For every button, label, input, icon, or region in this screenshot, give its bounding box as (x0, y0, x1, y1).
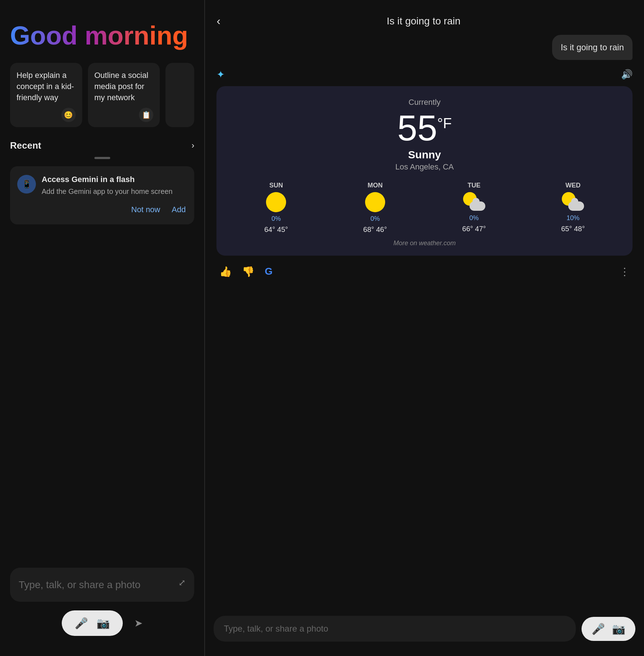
weather-temp-value: 55 (397, 108, 437, 148)
suggestion-card-1-icon: 😊 (61, 108, 76, 122)
forecast-row: SUN 0% 64° 45° MON 0% 68° 46° TUE (227, 182, 622, 234)
forecast-sun-label: SUN (269, 182, 283, 189)
forecast-sun-temps: 64° 45° (264, 225, 288, 234)
thumbs-up-icon[interactable]: 👍 (219, 266, 232, 278)
forecast-sun: SUN 0% 64° 45° (227, 182, 326, 234)
gemini-promo-icon: 📱 (17, 175, 36, 194)
add-button[interactable]: Add (170, 202, 187, 217)
forecast-sun-icon (266, 192, 286, 212)
suggestion-card-2-text: Outline a social media post for my netwo… (94, 70, 154, 103)
gemini-promo-text: Access Gemini in a flash Add the Gemini … (42, 175, 173, 196)
right-mic-icon: 🎤 (592, 623, 605, 635)
gemini-star-icon: ✦ (216, 69, 225, 80)
recent-header: Recent › (10, 140, 194, 151)
suggestion-card-partial (165, 63, 194, 127)
scroll-indicator (94, 157, 110, 159)
not-now-button[interactable]: Not now (130, 202, 162, 217)
suggestion-cards: Help explain a concept in a kid-friendly… (10, 63, 194, 127)
suggestion-card-2-icon: 📋 (139, 108, 153, 122)
forecast-wed-precip: 10% (566, 214, 579, 222)
left-input-area[interactable]: Type, talk, or share a photo ⤢ (10, 568, 194, 602)
forecast-mon-temps: 68° 46° (363, 225, 387, 234)
weather-temp: 55°F (227, 110, 622, 146)
gemini-promo-card: 📱 Access Gemini in a flash Add the Gemin… (10, 166, 194, 224)
forecast-mon-icon (365, 192, 385, 212)
gemini-promo-title: Access Gemini in a flash (42, 175, 173, 184)
expand-icon[interactable]: ⤢ (178, 578, 186, 588)
right-input-placeholder: Type, talk, or share a photo (224, 624, 328, 634)
chat-area: Is it going to rain ✦ 🔊 Currently 55°F S… (205, 35, 644, 610)
speaker-icon[interactable]: 🔊 (621, 69, 633, 80)
left-mic-icon: 🎤 (75, 617, 88, 629)
more-options-icon[interactable]: ⋮ (620, 266, 630, 278)
gemini-promo-actions: Not now Add (17, 202, 187, 217)
forecast-wed-label: WED (565, 182, 580, 189)
weather-location: Los Angeles, CA (227, 162, 622, 172)
forecast-tue-label: TUE (468, 182, 481, 189)
left-bottom-toolbar: 🎤 📷 ➤ (10, 610, 194, 642)
forecast-mon-label: MON (368, 182, 383, 189)
gemini-response: ✦ 🔊 Currently 55°F Sunny Los Angeles, CA… (216, 69, 633, 288)
forecast-mon-precip: 0% (370, 215, 380, 223)
gemini-promo-subtitle: Add the Gemini app to your home screen (42, 186, 173, 196)
right-header: ‹ Is it going to rain (205, 0, 644, 35)
action-icons: 👍 👎 G (219, 266, 272, 278)
forecast-tue: TUE 0% 66° 47° (425, 182, 524, 234)
weather-condition: Sunny (227, 149, 622, 161)
suggestion-card-1-text: Help explain a concept in a kid-friendly… (17, 70, 76, 103)
right-mic-camera-button[interactable]: 🎤 📷 (582, 617, 635, 641)
forecast-mon: MON 0% 68° 46° (326, 182, 425, 234)
back-button[interactable]: ‹ (216, 14, 220, 28)
forecast-wed: WED 10% 65° 48° (523, 182, 622, 234)
weather-currently-label: Currently (227, 98, 622, 107)
right-panel: ‹ Is it going to rain Is it going to rai… (205, 0, 644, 656)
forecast-tue-icon (463, 192, 485, 211)
left-send-icon[interactable]: ➤ (134, 617, 143, 629)
right-camera-icon: 📷 (612, 623, 625, 635)
right-input-area: Type, talk, or share a photo 🎤 📷 (205, 610, 644, 656)
gemini-response-header: ✦ 🔊 (216, 69, 633, 80)
suggestion-card-2[interactable]: Outline a social media post for my netwo… (88, 63, 160, 127)
recent-title: Recent (10, 140, 41, 151)
suggestion-card-1[interactable]: Help explain a concept in a kid-friendly… (10, 63, 82, 127)
left-panel: Good morning Help explain a concept in a… (0, 0, 204, 656)
right-input-box[interactable]: Type, talk, or share a photo (214, 616, 576, 642)
forecast-tue-precip: 0% (470, 214, 479, 222)
user-message: Is it going to rain (552, 35, 633, 60)
gemini-promo-header: 📱 Access Gemini in a flash Add the Gemin… (17, 175, 187, 196)
weather-card: Currently 55°F Sunny Los Angeles, CA SUN… (216, 86, 633, 256)
forecast-wed-icon (562, 192, 584, 211)
greeting: Good morning (10, 22, 194, 50)
forecast-sun-precip: 0% (271, 215, 281, 223)
google-g-icon[interactable]: G (265, 266, 272, 277)
forecast-tue-temps: 66° 47° (462, 225, 486, 233)
left-input-placeholder: Type, talk, or share a photo (19, 578, 140, 592)
response-actions: 👍 👎 G ⋮ (216, 261, 633, 282)
left-camera-icon: 📷 (97, 617, 110, 629)
weather-unit: °F (437, 115, 452, 131)
left-mic-camera-button[interactable]: 🎤 📷 (62, 610, 123, 636)
right-header-title: Is it going to rain (229, 15, 618, 27)
forecast-wed-temps: 65° 48° (561, 225, 585, 233)
thumbs-down-icon[interactable]: 👎 (242, 266, 255, 278)
recent-arrow-icon[interactable]: › (191, 140, 194, 150)
weather-source[interactable]: More on weather.com (227, 239, 622, 247)
